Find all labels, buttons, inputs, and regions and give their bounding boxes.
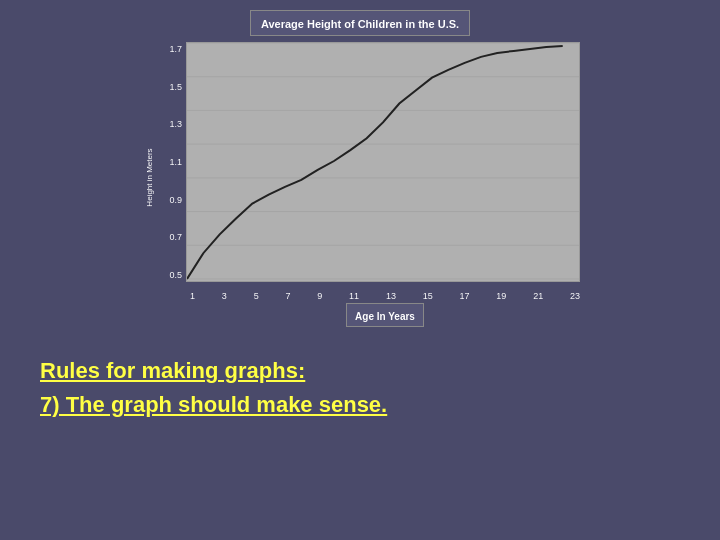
y-tick-6: 0.7 bbox=[169, 232, 182, 242]
x-tick-11: 21 bbox=[533, 291, 543, 301]
y-tick-4: 1.1 bbox=[169, 157, 182, 167]
x-tick-1: 1 bbox=[190, 291, 195, 301]
x-tick-10: 19 bbox=[496, 291, 506, 301]
x-axis-label-inner: Age In Years bbox=[346, 303, 424, 327]
y-axis-label-container: Height in Meters bbox=[140, 47, 158, 307]
x-ticks: 1 3 5 7 9 11 13 15 17 19 21 23 bbox=[190, 288, 580, 301]
x-axis-area: 1 3 5 7 9 11 13 15 17 19 21 23 bbox=[190, 288, 580, 301]
chart-inner: 1.7 1.5 1.3 1.1 0.9 0.7 0.5 bbox=[158, 42, 580, 327]
page-container: Average Height of Children in the U.S. H… bbox=[0, 0, 720, 540]
y-tick-3: 1.3 bbox=[169, 119, 182, 129]
y-tick-1: 1.7 bbox=[169, 44, 182, 54]
x-tick-8: 15 bbox=[423, 291, 433, 301]
plot-and-yaxis: 1.7 1.5 1.3 1.1 0.9 0.7 0.5 bbox=[158, 42, 580, 288]
chart-title-box: Average Height of Children in the U.S. bbox=[250, 10, 470, 36]
x-tick-12: 23 bbox=[570, 291, 580, 301]
text-content: Rules for making graphs: 7) The graph sh… bbox=[30, 358, 387, 418]
y-ticks: 1.7 1.5 1.3 1.1 0.9 0.7 0.5 bbox=[158, 42, 186, 282]
x-tick-4: 7 bbox=[285, 291, 290, 301]
y-tick-7: 0.5 bbox=[169, 270, 182, 280]
x-tick-9: 17 bbox=[460, 291, 470, 301]
x-axis-label: Age In Years bbox=[355, 311, 415, 322]
rule-body: 7) The graph should make sense. bbox=[40, 392, 387, 418]
rule-heading: Rules for making graphs: bbox=[40, 358, 387, 384]
x-tick-2: 3 bbox=[222, 291, 227, 301]
y-axis-label: Height in Meters bbox=[145, 148, 154, 206]
chart-title: Average Height of Children in the U.S. bbox=[261, 18, 459, 30]
x-tick-6: 11 bbox=[349, 291, 359, 301]
x-axis-label-box: Age In Years bbox=[190, 303, 580, 327]
x-tick-5: 9 bbox=[317, 291, 322, 301]
y-tick-2: 1.5 bbox=[169, 82, 182, 92]
x-tick-7: 13 bbox=[386, 291, 396, 301]
chart-area: Height in Meters 1.7 1.5 1.3 1.1 0.9 0.7… bbox=[140, 42, 580, 327]
chart-wrapper: Average Height of Children in the U.S. H… bbox=[140, 10, 580, 330]
plot-box bbox=[186, 42, 580, 282]
y-tick-5: 0.9 bbox=[169, 195, 182, 205]
chart-svg bbox=[187, 43, 579, 281]
x-tick-3: 5 bbox=[254, 291, 259, 301]
